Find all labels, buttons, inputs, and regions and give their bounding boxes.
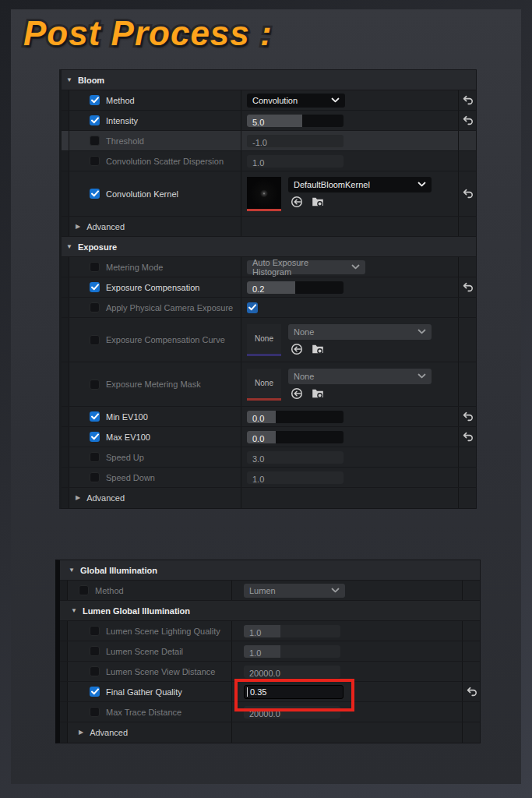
property-row-min-ev100: Min EV100 0.0 — [62, 407, 476, 427]
property-label: Min EV100 — [106, 412, 148, 422]
asset-thumbnail[interactable]: None — [247, 369, 281, 401]
chevron-down-icon — [417, 329, 426, 334]
category-header-global-illumination[interactable]: ▼ Global Illumination — [60, 560, 480, 581]
mask-asset-dropdown[interactable]: None — [288, 369, 432, 384]
reset-to-default-button[interactable] — [463, 411, 473, 422]
intensity-slider[interactable]: 5.0 — [247, 115, 344, 127]
slider-value: 1.0 — [244, 628, 261, 637]
reset-to-default-button[interactable] — [463, 432, 473, 442]
advanced-row-exposure[interactable]: ▶ Advanced — [62, 488, 476, 508]
lumen-scene-detail-slider[interactable]: 1.0 — [244, 645, 340, 658]
property-label: Method — [95, 586, 124, 595]
use-selected-asset-icon[interactable] — [291, 343, 303, 355]
method-dropdown[interactable]: Convolution — [247, 94, 345, 108]
chevron-down-icon — [417, 373, 426, 379]
advanced-row-bloom[interactable]: ▶ Advanced — [62, 217, 476, 237]
property-label: Lumen Scene View Distance — [106, 667, 215, 676]
override-checkbox[interactable] — [90, 707, 100, 717]
gi-method-dropdown[interactable]: Lumen — [244, 584, 345, 598]
lumen-scene-lighting-quality-slider[interactable]: 1.0 — [244, 625, 340, 637]
chevron-down-icon — [417, 182, 426, 187]
field-value: 3.0 — [247, 454, 264, 464]
property-label: Exposure Metering Mask — [106, 380, 201, 389]
asset-thumbnail[interactable] — [247, 177, 281, 211]
property-label: Threshold — [106, 136, 144, 146]
override-checkbox[interactable] — [90, 687, 100, 697]
row-gutter — [62, 217, 69, 236]
browse-to-asset-icon[interactable] — [312, 387, 324, 400]
reset-to-default-button[interactable] — [467, 687, 477, 697]
chevron-down-icon — [331, 588, 340, 593]
override-checkbox[interactable] — [90, 432, 100, 442]
override-checkbox[interactable] — [90, 335, 100, 345]
row-gutter — [60, 641, 68, 661]
property-label: Metering Mode — [106, 263, 163, 272]
property-label: Speed Up — [106, 453, 144, 462]
override-checkbox[interactable] — [79, 585, 89, 595]
exposure-compensation-slider[interactable]: 0.2 — [247, 281, 344, 294]
property-label: Lumen Scene Detail — [106, 647, 183, 656]
reset-to-default-button[interactable] — [463, 282, 473, 292]
category-header-exposure[interactable]: ▼ Exposure — [62, 237, 476, 257]
threshold-field[interactable]: -1.0 — [247, 135, 344, 147]
advanced-row-global-illumination[interactable]: ▶ Advanced — [60, 722, 480, 743]
details-panel-post-process: ▼ Bloom Method Convolution Intensity — [59, 69, 477, 509]
property-label: Apply Physical Camera Exposure — [106, 303, 233, 312]
override-checkbox[interactable] — [90, 452, 100, 462]
use-selected-asset-icon[interactable] — [291, 387, 303, 400]
kernel-asset-dropdown[interactable]: DefaultBloomKernel — [288, 177, 432, 192]
asset-thumbnail[interactable]: None — [247, 324, 281, 356]
chevron-down-icon — [351, 264, 360, 270]
property-label: Exposure Compensation Curve — [106, 335, 225, 344]
speed-down-field[interactable]: 1.0 — [247, 471, 344, 484]
subcategory-header-lumen-global-illumination[interactable]: ▼ Lumen Global Illumination — [60, 601, 480, 621]
override-checkbox[interactable] — [90, 646, 100, 656]
browse-to-asset-icon[interactable] — [312, 343, 324, 355]
collapse-triangle-icon: ▼ — [71, 608, 77, 614]
category-label: Global Illumination — [80, 566, 157, 575]
property-label: Lumen Scene Lighting Quality — [106, 627, 220, 636]
min-ev100-slider[interactable]: 0.0 — [247, 411, 344, 423]
override-checkbox[interactable] — [90, 156, 100, 166]
reset-to-default-button[interactable] — [463, 95, 473, 105]
dropdown-value: None — [294, 372, 314, 381]
override-checkbox[interactable] — [90, 262, 100, 272]
row-gutter — [60, 581, 68, 600]
override-checkbox[interactable] — [90, 302, 100, 312]
property-row-lumen-scene-detail: Lumen Scene Detail 1.0 — [60, 641, 480, 662]
value-checkbox[interactable] — [247, 302, 258, 313]
override-checkbox[interactable] — [90, 282, 100, 292]
row-gutter — [62, 468, 69, 487]
override-checkbox[interactable] — [90, 411, 100, 422]
override-checkbox[interactable] — [90, 380, 100, 390]
override-checkbox[interactable] — [90, 95, 100, 105]
thumbnail-label: None — [255, 379, 273, 387]
row-gutter — [62, 298, 69, 317]
curve-asset-dropdown[interactable]: None — [288, 324, 432, 340]
property-row-method: Method Convolution — [62, 90, 476, 111]
category-header-bloom[interactable]: ▼ Bloom — [62, 70, 476, 90]
override-checkbox[interactable] — [90, 115, 100, 125]
speed-up-field[interactable]: 3.0 — [247, 451, 344, 464]
dropdown-value: Convolution — [252, 96, 298, 105]
page-title: Post Process : — [23, 14, 273, 53]
override-checkbox[interactable] — [90, 626, 100, 636]
metering-mode-dropdown[interactable]: Auto Exposure Histogram — [247, 260, 365, 274]
use-selected-asset-icon[interactable] — [291, 196, 303, 208]
override-checkbox[interactable] — [90, 189, 100, 199]
scatter-dispersion-field[interactable]: 1.0 — [247, 155, 344, 168]
property-label: Intensity — [106, 116, 138, 125]
lumen-scene-view-distance-field[interactable]: 20000.0 — [244, 666, 340, 678]
collapse-triangle-icon: ▼ — [66, 77, 72, 83]
max-ev100-slider[interactable]: 0.0 — [247, 431, 344, 443]
property-row-exposure-metering-mask: Exposure Metering Mask None None — [62, 362, 476, 407]
browse-to-asset-icon[interactable] — [312, 196, 324, 208]
override-checkbox[interactable] — [90, 136, 100, 146]
advanced-label: Advanced — [90, 728, 128, 737]
reset-to-default-button[interactable] — [463, 189, 473, 199]
subcategory-label: Lumen Global Illumination — [83, 606, 190, 616]
property-label: Max EV100 — [106, 433, 150, 442]
reset-to-default-button[interactable] — [463, 115, 473, 125]
override-checkbox[interactable] — [90, 472, 100, 482]
override-checkbox[interactable] — [90, 666, 100, 676]
